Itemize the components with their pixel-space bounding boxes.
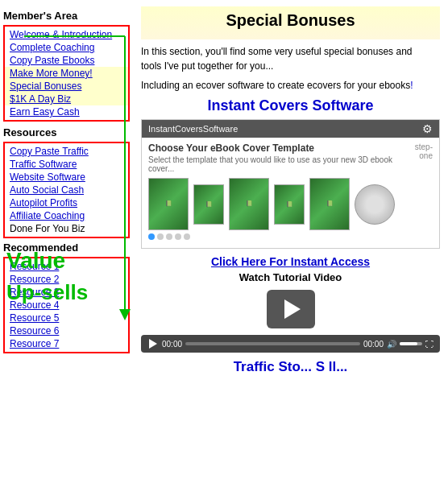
dot-4[interactable] (175, 233, 181, 240)
main-content: Special Bonuses In this section, you'll … (133, 0, 448, 382)
dot-5[interactable] (184, 233, 190, 240)
ebook-cover-4[interactable]: 📗 (274, 184, 305, 225)
sidebar-item-autopilot-profits[interactable]: Autopilot Profits (5, 196, 128, 209)
intro-line3-text: Including an ecover software to create e… (141, 80, 410, 91)
sidebar-item-done-for-you-biz: Done For You Biz (5, 222, 128, 235)
sidebar-item-resource-5[interactable]: Resource 5 (5, 312, 128, 324)
dot-2[interactable] (157, 233, 164, 240)
software-preview-box: InstantCoversSoftware ⚙ Choose Your eBoo… (141, 119, 440, 249)
progress-bar[interactable] (185, 342, 360, 345)
cd-cover[interactable] (355, 184, 395, 225)
watch-tutorial-label: Watch Tutorial Video (141, 271, 440, 283)
ebook-cover-3[interactable]: 📗 (229, 178, 269, 230)
volume-icon: 🔊 (387, 340, 396, 349)
sidebar-item-resource-1[interactable]: Resource 1 (5, 260, 128, 273)
software-desc: Select the template that you would like … (148, 155, 404, 173)
volume-fill (400, 342, 417, 345)
ebook-covers-row: 📗 📗 📗 📗 📗 (148, 178, 433, 230)
software-box-header: InstantCoversSoftware ⚙ (142, 120, 439, 138)
play-icon-small (149, 339, 157, 349)
software-title: Instant Covers Software (141, 97, 440, 114)
sidebar-item-traffic-software[interactable]: Traffic Software (5, 158, 128, 171)
intro-paragraph: In this section, you'll find some very u… (141, 44, 440, 73)
sidebar-item-special-bonuses[interactable]: Special Bonuses (5, 80, 128, 93)
fullscreen-button[interactable]: ⛶ (425, 340, 433, 349)
sidebar-item-resource-3[interactable]: Resource 3 (5, 286, 128, 299)
volume-bar[interactable] (400, 342, 422, 345)
software-subtitle: Choose Your eBook Cover Template (148, 142, 404, 154)
ebook-cover-5[interactable]: 📗 (309, 178, 350, 230)
play-button-large[interactable] (267, 290, 315, 328)
sidebar-item-resource-4[interactable]: Resource 4 (5, 299, 128, 312)
intro-line3: Including an ecover software to create e… (141, 78, 440, 93)
sidebar-item-earn-easy-cash[interactable]: Earn Easy Cash (5, 105, 128, 118)
sidebar-item-resource-2[interactable]: Resource 2 (5, 273, 128, 286)
sidebar-item-resource-7[interactable]: Resource 7 (5, 337, 128, 350)
play-button-small[interactable] (147, 338, 159, 349)
dot-1[interactable] (148, 233, 155, 240)
page-title: Special Bonuses (141, 11, 440, 30)
header-banner: Special Bonuses (141, 6, 440, 39)
software-box-body: Choose Your eBook Cover Template Select … (142, 138, 439, 248)
sidebar-item-affiliate-coaching[interactable]: Affiliate Coaching (5, 209, 128, 222)
sidebar-item-make-more-money[interactable]: Make More Money! (5, 67, 128, 80)
intro-line1: In this section, you'll find some very u… (141, 46, 412, 57)
resources-group: Copy Paste Traffic Traffic Software Webs… (3, 142, 130, 238)
video-bar: 00:00 00:00 🔊 ⛶ (141, 335, 440, 353)
sidebar: Member's Area Welcome & Introduction Com… (0, 0, 133, 382)
main-nav-group: Welcome & Introduction Complete Coaching… (3, 25, 130, 122)
intro-line2: tools I've put together for you... (141, 60, 273, 72)
gear-icon: ⚙ (422, 122, 433, 135)
resources-title: Resources (3, 126, 130, 138)
software-header-text: InstantCoversSoftware (148, 124, 238, 134)
time-end: 00:00 (363, 340, 384, 349)
ebook-cover-2[interactable]: 📗 (193, 184, 224, 225)
carousel-dots (148, 233, 433, 240)
sidebar-item-resource-6[interactable]: Resource 6 (5, 324, 128, 337)
play-triangle-icon (284, 299, 301, 319)
instant-access-link[interactable]: Click Here For Instant Access (141, 255, 440, 268)
sidebar-item-copy-paste-traffic[interactable]: Copy Paste Traffic (5, 145, 128, 158)
sidebar-item-copy-paste-ebooks[interactable]: Copy Paste Ebooks (5, 54, 128, 67)
sidebar-item-auto-social-cash[interactable]: Auto Social Cash (5, 184, 128, 196)
sidebar-item-welcome[interactable]: Welcome & Introduction (5, 28, 128, 41)
dot-3[interactable] (166, 233, 172, 240)
sidebar-item-website-software[interactable]: Website Software (5, 171, 128, 184)
ebook-cover-1[interactable]: 📗 (148, 178, 189, 230)
bottom-teaser: Traffic Sto... S ll... (141, 359, 440, 375)
sidebar-item-complete-coaching[interactable]: Complete Coaching (5, 41, 128, 54)
step-label: step-one (404, 142, 433, 160)
sidebar-item-1k-day-biz[interactable]: $1K A Day Biz (5, 93, 128, 105)
members-area-title: Member's Area (3, 10, 130, 22)
recommended-group: Resource 1 Resource 2 Resource 3 Resourc… (3, 257, 130, 353)
recommended-title: Recommended (3, 242, 130, 254)
time-start: 00:00 (162, 340, 182, 349)
